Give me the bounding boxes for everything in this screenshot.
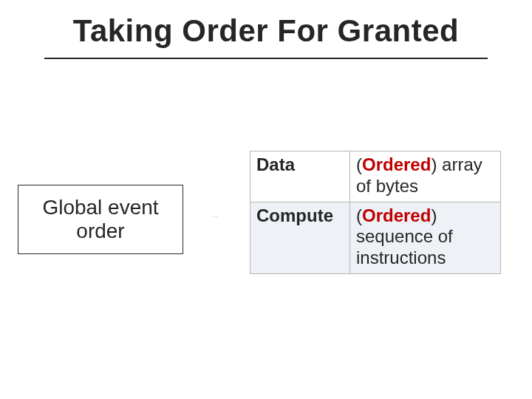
row-label: Data <box>250 151 350 202</box>
row-desc-text: sequence of instructions <box>356 226 453 267</box>
row-description: (Ordered) array of bytes <box>350 151 501 202</box>
table-row: Compute (Ordered) sequence of instructio… <box>250 202 501 273</box>
paren-open: ( <box>356 205 362 225</box>
row-label: Compute <box>250 202 350 273</box>
left-box-line2: order <box>76 219 124 242</box>
ordered-keyword: Ordered <box>362 154 431 174</box>
left-box-line1: Global event <box>42 196 158 219</box>
paren-open: ( <box>356 154 362 174</box>
table-row: Data (Ordered) array of bytes <box>250 151 501 202</box>
ordered-keyword: Ordered <box>362 205 431 225</box>
global-event-order-box: Global event order <box>18 185 183 254</box>
row-description: (Ordered) sequence of instructions <box>350 202 501 273</box>
title-underline <box>44 58 488 59</box>
svg-marker-1 <box>217 216 218 216</box>
definitions-table: Data (Ordered) array of bytes Compute (O… <box>250 151 501 274</box>
arrow-right-icon <box>177 216 251 217</box>
slide-title: Taking Order For Granted <box>0 13 532 49</box>
paren-close: ) <box>431 205 437 225</box>
paren-close: ) <box>431 154 437 174</box>
